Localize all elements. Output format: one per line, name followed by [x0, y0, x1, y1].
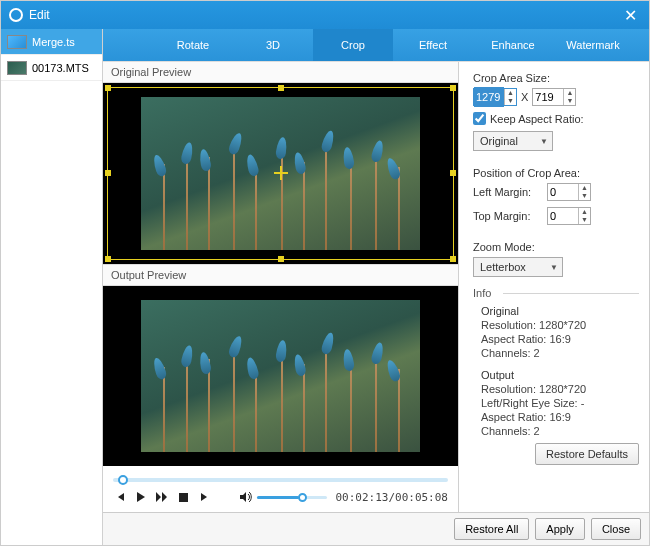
svg-rect-0 [179, 493, 188, 502]
info-output-aspect: 16:9 [549, 411, 570, 423]
info-original-resolution: 1280*720 [539, 319, 586, 331]
keep-ratio-checkbox[interactable] [473, 112, 486, 125]
volume-thumb[interactable] [298, 493, 307, 502]
info-original-aspect: 16:9 [549, 333, 570, 345]
crop-handle[interactable] [450, 170, 456, 176]
top-margin-label: Top Margin: [473, 210, 543, 222]
tabs: Rotate 3D Crop Effect Enhance Watermark [103, 29, 649, 61]
spin-down-icon[interactable]: ▼ [578, 216, 590, 224]
spin-up-icon[interactable]: ▲ [578, 208, 590, 216]
window-title: Edit [29, 8, 50, 22]
tab-3d[interactable]: 3D [233, 29, 313, 61]
video-content [141, 330, 420, 452]
file-thumb-icon [7, 61, 27, 75]
crop-area-label: Crop Area Size: [473, 72, 639, 84]
sidebar-item-merge[interactable]: Merge.ts [1, 29, 102, 55]
sidebar-item-00173[interactable]: 00173.MTS [1, 55, 102, 81]
spin-up-icon[interactable]: ▲ [563, 89, 575, 97]
settings-panel: Crop Area Size: ▲▼ X ▲▼ [459, 62, 649, 512]
chevron-down-icon: ▼ [540, 137, 548, 146]
keep-ratio-label: Keep Aspect Ratio: [490, 113, 584, 125]
info-output-resolution: 1280*720 [539, 383, 586, 395]
top-margin-input[interactable]: ▲▼ [547, 207, 591, 225]
zoom-select-value: Letterbox [480, 261, 526, 273]
spin-up-icon[interactable]: ▲ [578, 184, 590, 192]
original-preview[interactable] [103, 83, 458, 264]
spin-down-icon[interactable]: ▼ [504, 97, 516, 105]
info-original-channels: 2 [534, 347, 540, 359]
crop-height-field[interactable] [533, 91, 563, 103]
crop-handle[interactable] [278, 85, 284, 91]
crop-handle[interactable] [278, 256, 284, 262]
app-logo-icon [9, 8, 23, 22]
aspect-select[interactable]: Original▼ [473, 131, 553, 151]
info-divider: Info [473, 287, 639, 299]
output-preview [103, 286, 458, 467]
prev-button[interactable] [113, 490, 126, 504]
crop-handle[interactable] [105, 256, 111, 262]
seek-slider[interactable] [113, 478, 448, 482]
next-button[interactable] [198, 490, 211, 504]
crop-handle[interactable] [450, 85, 456, 91]
spin-down-icon[interactable]: ▼ [563, 97, 575, 105]
crop-width-field[interactable] [474, 87, 504, 107]
video-frame [141, 97, 420, 250]
playback-time: 00:02:13/00:05:08 [335, 491, 448, 504]
info-output-eye: - [581, 397, 585, 409]
file-thumb-icon [7, 35, 27, 49]
zoom-select[interactable]: Letterbox▼ [473, 257, 563, 277]
tab-effect[interactable]: Effect [393, 29, 473, 61]
close-icon[interactable]: ✕ [620, 6, 641, 25]
volume-slider[interactable] [257, 496, 327, 499]
output-preview-label: Output Preview [103, 265, 458, 286]
seek-thumb[interactable] [118, 475, 128, 485]
info-original-label: Original [481, 305, 639, 317]
aspect-select-value: Original [480, 135, 518, 147]
position-label: Position of Crop Area: [473, 167, 639, 179]
titlebar: Edit ✕ [1, 1, 649, 29]
left-margin-input[interactable]: ▲▼ [547, 183, 591, 201]
zoom-label: Zoom Mode: [473, 241, 639, 253]
crop-handle[interactable] [105, 170, 111, 176]
close-button[interactable]: Close [591, 518, 641, 540]
left-margin-label: Left Margin: [473, 186, 543, 198]
sidebar-item-label: 00173.MTS [32, 62, 89, 74]
apply-button[interactable]: Apply [535, 518, 585, 540]
tab-enhance[interactable]: Enhance [473, 29, 553, 61]
tab-rotate[interactable]: Rotate [153, 29, 233, 61]
chevron-down-icon: ▼ [550, 263, 558, 272]
original-preview-label: Original Preview [103, 62, 458, 83]
spin-up-icon[interactable]: ▲ [504, 89, 516, 97]
crop-handle[interactable] [450, 256, 456, 262]
restore-defaults-button[interactable]: Restore Defaults [535, 443, 639, 465]
file-sidebar: Merge.ts 00173.MTS [1, 29, 103, 545]
tab-watermark[interactable]: Watermark [553, 29, 633, 61]
tab-crop[interactable]: Crop [313, 29, 393, 61]
top-margin-field[interactable] [548, 210, 578, 222]
info-output-channels: 2 [534, 425, 540, 437]
playback-controls: 00:02:13/00:05:08 [103, 466, 458, 512]
stop-button[interactable] [177, 490, 190, 504]
ff-button[interactable] [156, 490, 169, 504]
dim-separator: X [521, 91, 528, 103]
info-heading: Info [473, 287, 497, 299]
crop-width-input[interactable]: ▲▼ [473, 88, 517, 106]
crop-height-input[interactable]: ▲▼ [532, 88, 576, 106]
restore-all-button[interactable]: Restore All [454, 518, 529, 540]
volume-icon[interactable] [239, 490, 253, 504]
edit-window: Edit ✕ Merge.ts 00173.MTS Rotate 3D Crop… [0, 0, 650, 546]
info-output-label: Output [481, 369, 639, 381]
video-frame [141, 300, 420, 453]
preview-column: Original Preview [103, 62, 459, 512]
crop-handle[interactable] [105, 85, 111, 91]
footer: Restore All Apply Close [103, 512, 649, 545]
sidebar-item-label: Merge.ts [32, 36, 75, 48]
spin-down-icon[interactable]: ▼ [578, 192, 590, 200]
left-margin-field[interactable] [548, 186, 578, 198]
video-content [141, 128, 420, 250]
play-button[interactable] [134, 490, 147, 504]
